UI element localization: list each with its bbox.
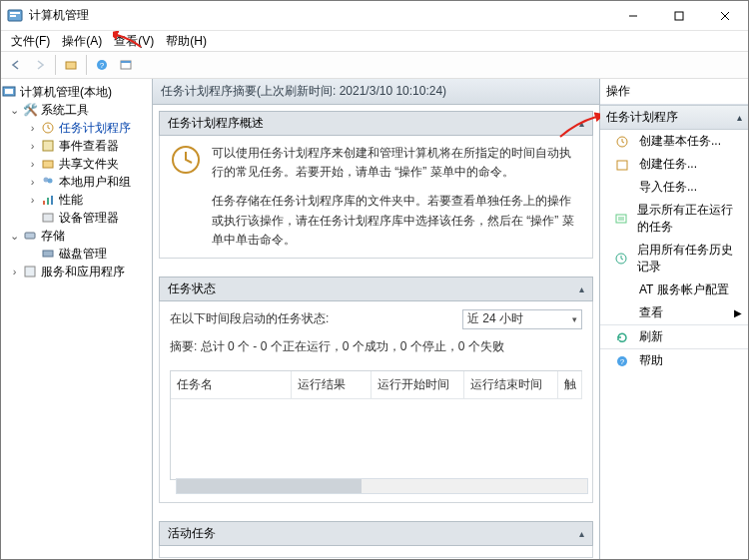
overview-header[interactable]: 任务计划程序概述 ▴ xyxy=(159,111,593,136)
tree-performance[interactable]: 性能 xyxy=(59,192,83,209)
tree-system-tools[interactable]: 系统工具 xyxy=(41,102,89,119)
chevron-right-icon: ▶ xyxy=(734,307,742,318)
chevron-up-icon: ▴ xyxy=(579,528,584,539)
time-range-value: 近 24 小时 xyxy=(467,309,523,328)
chevron-up-icon: ▴ xyxy=(579,283,584,294)
close-button[interactable] xyxy=(702,1,748,30)
overview-p2: 任务存储在任务计划程序库的文件夹中。若要查看单独任务上的操作或执行该操作，请在任… xyxy=(212,192,582,250)
task-state-summary: 摘要: 总计 0 个 - 0 个正在运行，0 个成功，0 个停止，0 个失败 xyxy=(170,337,582,356)
blank-icon xyxy=(614,305,630,321)
action-at-service[interactable]: AT 服务帐户配置 xyxy=(600,279,748,301)
actions-section-header[interactable]: 任务计划程序 ▴ xyxy=(600,105,748,130)
tree-storage[interactable]: 存储 xyxy=(41,228,65,245)
tree-shared-folders[interactable]: 共享文件夹 xyxy=(59,156,119,173)
chevron-right-icon[interactable]: › xyxy=(9,266,20,278)
minimize-button[interactable] xyxy=(610,1,656,30)
chevron-up-icon: ▴ xyxy=(579,118,584,129)
nav-tree[interactable]: 计算机管理(本地) ⌄🛠️系统工具 ›任务计划程序 ›事件查看器 ›共享文件夹 … xyxy=(1,79,153,559)
summary-header: 任务计划程序摘要(上次刷新时间: 2021/3/10 10:10:24) xyxy=(153,79,599,105)
svg-rect-28 xyxy=(617,161,627,170)
chevron-right-icon[interactable]: › xyxy=(27,158,38,170)
svg-rect-4 xyxy=(675,12,683,20)
action-create-task[interactable]: 创建任务... xyxy=(600,153,748,176)
task-state-table[interactable]: 任务名 运行结果 运行开始时间 运行结束时间 触 xyxy=(170,370,582,480)
svg-text:?: ? xyxy=(620,357,625,366)
toolbar-forward-button[interactable] xyxy=(29,54,51,76)
col-task-name[interactable]: 任务名 xyxy=(171,371,292,398)
col-result[interactable]: 运行结果 xyxy=(292,371,372,398)
task-state-content: 在以下时间段启动的任务状态: 近 24 小时 ▾ 摘要: 总计 0 个 - 0 … xyxy=(159,301,593,503)
menu-view[interactable]: 查看(V) xyxy=(110,31,158,52)
svg-text:?: ? xyxy=(100,61,105,70)
maximize-button[interactable] xyxy=(656,1,702,30)
action-import-task[interactable]: 导入任务... xyxy=(600,176,748,199)
horizontal-scrollbar[interactable] xyxy=(176,478,588,494)
chevron-right-icon[interactable]: › xyxy=(27,176,38,188)
blank-icon xyxy=(614,282,630,298)
action-show-running[interactable]: 显示所有正在运行的任务 xyxy=(600,199,748,239)
tree-event-viewer[interactable]: 事件查看器 xyxy=(59,138,119,155)
toolbar-divider xyxy=(86,55,87,75)
disk-mgmt-icon xyxy=(40,246,56,262)
overview-content: 可以使用任务计划程序来创建和管理计算机将在所指定的时间自动执行的常见任务。若要开… xyxy=(159,136,593,259)
active-tasks-title: 活动任务 xyxy=(168,525,216,542)
col-trigger[interactable]: 触 xyxy=(558,371,582,398)
help-icon: ? xyxy=(614,353,630,369)
svg-rect-23 xyxy=(25,233,35,239)
tree-services-apps[interactable]: 服务和应用程序 xyxy=(41,264,125,280)
col-start[interactable]: 运行开始时间 xyxy=(372,371,465,398)
action-help[interactable]: ?帮助 xyxy=(600,349,748,372)
summary-header-prefix: 任务计划程序摘要(上次刷新时间: xyxy=(161,84,340,98)
chevron-down-icon[interactable]: ⌄ xyxy=(9,104,20,117)
tree-root[interactable]: 计算机管理(本地) xyxy=(20,84,112,101)
window-title: 计算机管理 xyxy=(29,7,610,24)
action-label: 导入任务... xyxy=(639,179,697,196)
active-tasks-header[interactable]: 活动任务 ▴ xyxy=(159,521,593,546)
task-icon xyxy=(614,157,630,173)
action-view[interactable]: 查看▶ xyxy=(600,301,748,324)
svg-rect-29 xyxy=(616,215,626,223)
tree-disk-management[interactable]: 磁盘管理 xyxy=(59,246,107,263)
chevron-right-icon[interactable]: › xyxy=(27,194,38,206)
toolbar-options-button[interactable] xyxy=(115,54,137,76)
action-refresh[interactable]: 刷新 xyxy=(600,325,748,348)
shared-folders-icon xyxy=(40,156,56,172)
chevron-right-icon[interactable]: › xyxy=(27,122,38,134)
storage-icon xyxy=(22,228,38,244)
toolbar-help-button[interactable]: ? xyxy=(91,54,113,76)
clock-icon xyxy=(614,134,630,150)
svg-rect-25 xyxy=(25,267,35,277)
performance-icon xyxy=(40,192,56,208)
task-state-header[interactable]: 任务状态 ▴ xyxy=(159,277,593,301)
toolbar-folder-button[interactable] xyxy=(60,54,82,76)
toolbar-back-button[interactable] xyxy=(5,54,27,76)
chevron-down-icon[interactable]: ⌄ xyxy=(9,230,20,243)
svg-rect-20 xyxy=(47,198,49,205)
action-label: 显示所有正在运行的任务 xyxy=(637,202,742,236)
menu-action[interactable]: 操作(A) xyxy=(58,31,106,52)
action-create-basic-task[interactable]: 创建基本任务... xyxy=(600,130,748,153)
toolbar-divider xyxy=(55,55,56,75)
svg-rect-7 xyxy=(66,62,76,69)
tree-local-users[interactable]: 本地用户和组 xyxy=(59,174,131,191)
blank-icon xyxy=(614,180,630,196)
chevron-right-icon[interactable]: › xyxy=(27,140,38,152)
overview-title: 任务计划程序概述 xyxy=(168,115,264,132)
chevron-up-icon: ▴ xyxy=(737,112,742,123)
tree-device-manager[interactable]: 设备管理器 xyxy=(59,210,119,227)
menu-file[interactable]: 文件(F) xyxy=(7,31,54,52)
actions-section-label: 任务计划程序 xyxy=(606,109,678,126)
tree-task-scheduler[interactable]: 任务计划程序 xyxy=(59,120,131,137)
computer-icon xyxy=(1,84,17,100)
svg-rect-11 xyxy=(121,61,131,63)
menu-help[interactable]: 帮助(H) xyxy=(162,31,211,52)
action-enable-history[interactable]: 启用所有任务历史记录 xyxy=(600,239,748,279)
overview-p1: 可以使用任务计划程序来创建和管理计算机将在所指定的时间自动执行的常见任务。若要开… xyxy=(212,144,582,182)
actions-title: 操作 xyxy=(600,79,748,105)
active-tasks-preview xyxy=(159,546,593,558)
actions-pane: 操作 任务计划程序 ▴ 创建基本任务... 创建任务... 导入任务... 显示… xyxy=(600,79,748,559)
col-end[interactable]: 运行结束时间 xyxy=(464,371,558,398)
svg-rect-21 xyxy=(51,196,53,205)
users-icon xyxy=(40,174,56,190)
time-range-dropdown[interactable]: 近 24 小时 ▾ xyxy=(462,309,582,329)
